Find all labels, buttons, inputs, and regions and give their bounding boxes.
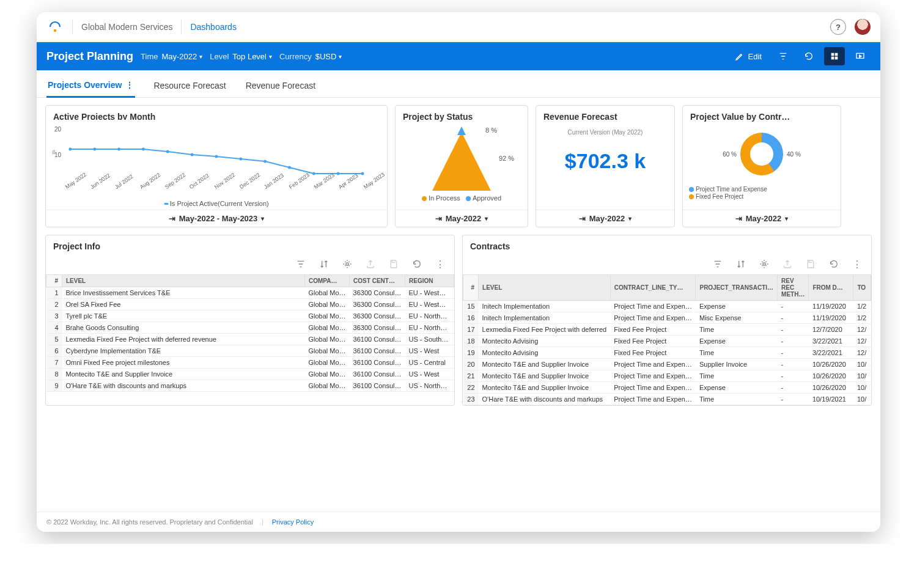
- svg-point-8: [117, 148, 120, 151]
- tab-resource-forecast[interactable]: Resource Forecast: [152, 75, 227, 97]
- help-icon[interactable]: ?: [830, 19, 846, 35]
- card-active-projects: Active Projects by Month 20 10 # May 202…: [45, 105, 388, 227]
- divider: [72, 20, 73, 34]
- contracts-table[interactable]: #LEVELCONTRACT_LINE_TY…PROJECT_TRANSACTI…: [463, 274, 871, 405]
- svg-point-12: [215, 155, 218, 158]
- export-icon[interactable]: [365, 259, 376, 270]
- refresh-icon[interactable]: [828, 259, 839, 270]
- kpi-cards-row: Active Projects by Month 20 10 # May 202…: [37, 98, 880, 235]
- pct-in-process: 92 %: [499, 155, 514, 162]
- brand-name: Global Modern Services: [81, 22, 172, 32]
- card-range-selector[interactable]: ⇥May-2022▾: [683, 210, 841, 227]
- edit-button[interactable]: Edit: [729, 48, 768, 65]
- tables-row: Project Info ⋮ #LEVELCOMPA…COST CENT…REG…: [37, 235, 880, 413]
- settings-icon[interactable]: [342, 259, 353, 270]
- more-vertical-icon[interactable]: ⋮: [852, 259, 863, 270]
- svg-point-18: [361, 172, 364, 175]
- sort-icon[interactable]: [319, 259, 330, 270]
- card-value-by-contract: Project Value by Contr… 60 % 40 % Projec…: [682, 105, 841, 227]
- contracts-card: Contracts ⋮ #LEVELCONTRACT_LINE_TY…PROJE…: [462, 235, 872, 406]
- table-title: Project Info: [46, 235, 454, 255]
- export-icon[interactable]: [782, 259, 793, 270]
- refresh-button[interactable]: [798, 47, 819, 65]
- more-vertical-icon[interactable]: ⋮: [125, 80, 134, 90]
- table-row[interactable]: 17Lexmedia Fixed Fee Project with deferr…: [463, 324, 871, 336]
- table-row[interactable]: 19Montecito AdvisingFixed Fee ProjectTim…: [463, 347, 871, 359]
- save-icon[interactable]: [388, 259, 399, 270]
- table-row[interactable]: 7Omni Fixed Fee project milestonesGlobal…: [46, 357, 454, 369]
- svg-point-7: [93, 148, 96, 151]
- range-icon: ⇥: [169, 214, 175, 223]
- table-toolbar: ⋮: [46, 255, 454, 274]
- table-row[interactable]: 18Montecito AdvisingFixed Fee ProjectExp…: [463, 336, 871, 347]
- revenue-subtitle: Current Version (May 2022): [542, 129, 668, 136]
- dashboard-tabs: Projects Overview⋮ Resource Forecast Rev…: [37, 70, 880, 98]
- page-title: Project Planning: [46, 50, 133, 63]
- table-row[interactable]: 3Tyrell plc T&EGlobal Mo…36300 Consul…EU…: [46, 311, 454, 322]
- chevron-down-icon: ▾: [485, 215, 488, 222]
- filter-icon[interactable]: [295, 259, 306, 270]
- card-project-by-status: Project by Status 8 % 92 % In Process Ap…: [395, 105, 528, 227]
- svg-point-0: [54, 29, 57, 32]
- table-row[interactable]: 15Initech ImplementationProject Time and…: [463, 301, 871, 312]
- table-toolbar: ⋮: [463, 255, 871, 274]
- tab-revenue-forecast[interactable]: Revenue Forecast: [245, 75, 317, 97]
- svg-point-9: [142, 148, 145, 151]
- breadcrumb-dashboards[interactable]: Dashboards: [190, 22, 237, 32]
- svg-point-17: [337, 172, 340, 175]
- x-axis-labels: May 2022Jun 2022Jul 2022Aug 2022Sep 2022…: [64, 185, 381, 191]
- sort-icon[interactable]: [735, 259, 746, 270]
- filter-level-value[interactable]: Top Level▾: [232, 52, 272, 61]
- filter-level-label: Level: [210, 52, 229, 61]
- table-row[interactable]: 1Brice Investissement Services T&EGlobal…: [46, 287, 454, 299]
- filter-currency-value[interactable]: $USD▾: [315, 52, 342, 61]
- project-info-table[interactable]: #LEVELCOMPA…COST CENT…REGION1Brice Inves…: [46, 274, 454, 392]
- tab-projects-overview[interactable]: Projects Overview⋮: [46, 75, 135, 98]
- svg-point-13: [239, 158, 242, 161]
- svg-point-16: [312, 172, 315, 175]
- filter-time-value[interactable]: May-2022▾: [161, 52, 202, 61]
- table-row[interactable]: 16Initech ImplementationProject Time and…: [463, 312, 871, 324]
- present-button[interactable]: [850, 47, 871, 65]
- svg-rect-1: [831, 53, 834, 56]
- refresh-icon[interactable]: [411, 259, 422, 270]
- table-row[interactable]: 20Montecito T&E and Supplier InvoiceProj…: [463, 359, 871, 370]
- copyright-text: © 2022 Workday, Inc. All rights reserved…: [46, 518, 253, 526]
- donut-pct-left: 60 %: [723, 151, 737, 158]
- table-row[interactable]: 8Montecito T&E and Supplier InvoiceGloba…: [46, 369, 454, 380]
- table-row[interactable]: 6Cyberdyne Implementation T&EGlobal Mo…3…: [46, 345, 454, 357]
- card-range-selector[interactable]: ⇥May-2022 - May-2023▾: [46, 210, 387, 227]
- filter-currency-label: Currency: [279, 52, 312, 61]
- settings-icon[interactable]: [759, 259, 770, 270]
- table-row[interactable]: 21Montecito T&E and Supplier InvoiceProj…: [463, 370, 871, 382]
- table-row[interactable]: 2Orel SA Fixed FeeGlobal Mo…36300 Consul…: [46, 299, 454, 311]
- svg-rect-2: [835, 53, 838, 56]
- table-row[interactable]: 5Lexmedia Fixed Fee Project with deferre…: [46, 334, 454, 345]
- page-footer: © 2022 Workday, Inc. All rights reserved…: [37, 512, 880, 532]
- donut-legend: Project Time and Expense Fixed Fee Proje…: [689, 185, 834, 200]
- table-row[interactable]: 23O'Hare T&E with discounts and markupsP…: [463, 394, 871, 405]
- user-avatar[interactable]: [855, 19, 871, 35]
- revenue-value: $702.3 k: [542, 149, 668, 173]
- refresh-icon: [804, 51, 814, 61]
- table-row[interactable]: 9O'Hare T&E with discounts and markupsGl…: [46, 380, 454, 392]
- filter-button[interactable]: [773, 47, 794, 65]
- filter-icon: [778, 51, 788, 61]
- table-row[interactable]: 4Brahe Goods ConsultingGlobal Mo…36300 C…: [46, 322, 454, 334]
- privacy-link[interactable]: Privacy Policy: [272, 518, 314, 526]
- chevron-down-icon: ▾: [628, 215, 632, 222]
- card-range-selector[interactable]: ⇥May-2022▾: [396, 210, 528, 227]
- save-icon[interactable]: [805, 259, 816, 270]
- workday-logo[interactable]: [46, 18, 64, 35]
- svg-rect-3: [831, 57, 834, 60]
- more-vertical-icon[interactable]: ⋮: [435, 259, 446, 270]
- table-row[interactable]: 22Montecito T&E and Supplier InvoiceProj…: [463, 382, 871, 394]
- filter-icon[interactable]: [712, 259, 723, 270]
- grid-view-button[interactable]: [824, 47, 845, 65]
- donut-pct-right: 40 %: [787, 151, 801, 158]
- app-window: Global Modern Services Dashboards ? Proj…: [37, 12, 880, 532]
- card-title: Project by Status: [396, 106, 528, 124]
- card-range-selector[interactable]: ⇥May-2022▾: [536, 210, 674, 227]
- svg-point-11: [191, 153, 194, 156]
- table-title: Contracts: [463, 235, 871, 255]
